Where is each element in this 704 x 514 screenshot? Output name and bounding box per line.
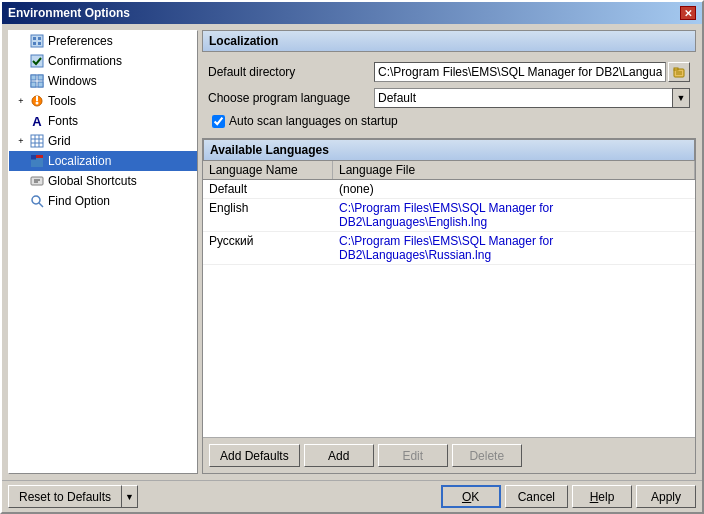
svg-rect-21 (31, 155, 36, 160)
global-shortcuts-icon (29, 173, 45, 189)
lang-file-english: C:\Program Files\EMS\SQL Manager for DB2… (333, 199, 695, 231)
svg-rect-29 (674, 68, 678, 70)
sidebar-item-grid[interactable]: + Grid (9, 131, 197, 151)
svg-rect-9 (31, 82, 36, 87)
choose-language-input-wrap: Default ▼ (374, 88, 690, 108)
sidebar-label-tools: Tools (48, 94, 76, 108)
help-label: Help (590, 490, 615, 504)
col-header-name: Language Name (203, 161, 333, 179)
language-select[interactable]: Default (374, 88, 690, 108)
svg-rect-5 (31, 55, 43, 67)
sidebar-item-localization[interactable]: Localization (9, 151, 197, 171)
spacer-icon (13, 33, 29, 49)
tools-icon (29, 93, 45, 109)
title-bar: Environment Options ✕ (2, 2, 702, 24)
grid-expand-icon: + (13, 133, 29, 149)
environment-options-window: Environment Options ✕ Preferences Confir… (0, 0, 704, 514)
svg-rect-10 (38, 82, 43, 87)
table-row[interactable]: English C:\Program Files\EMS\SQL Manager… (203, 199, 695, 232)
lang-name-english: English (203, 199, 333, 231)
sidebar-item-fonts[interactable]: A Fonts (9, 111, 197, 131)
default-directory-input[interactable] (374, 62, 666, 82)
ok-button[interactable]: OK (441, 485, 501, 508)
main-content: Preferences Confirmations Windows + (2, 24, 702, 480)
sidebar-label-find-option: Find Option (48, 194, 110, 208)
sidebar-label-preferences: Preferences (48, 34, 113, 48)
apply-button[interactable]: Apply (636, 485, 696, 508)
spacer-icon (13, 193, 29, 209)
svg-rect-3 (38, 37, 41, 40)
add-defaults-button[interactable]: Add Defaults (209, 444, 300, 467)
lang-action-buttons: Add Defaults Add Edit Delete (203, 437, 695, 473)
cancel-label: Cancel (518, 490, 555, 504)
add-button[interactable]: Add (304, 444, 374, 467)
find-option-icon (29, 193, 45, 209)
sidebar-label-localization: Localization (48, 154, 111, 168)
svg-rect-8 (38, 75, 43, 80)
sidebar-label-windows: Windows (48, 74, 97, 88)
reset-to-defaults-button[interactable]: Reset to Defaults (8, 485, 122, 508)
auto-scan-row: Auto scan languages on startup (208, 114, 690, 128)
edit-button[interactable]: Edit (378, 444, 448, 467)
confirmations-icon (29, 53, 45, 69)
right-panel: Localization Default directory Choose pr… (202, 30, 696, 474)
preferences-icon (29, 33, 45, 49)
sidebar-item-global-shortcuts[interactable]: Global Shortcuts (9, 171, 197, 191)
lang-file-default: (none) (333, 180, 695, 198)
table-row[interactable]: Default (none) (203, 180, 695, 199)
browse-button[interactable] (668, 62, 690, 82)
lang-name-russian: Русский (203, 232, 333, 264)
bottom-buttons: OK Cancel Help Apply (441, 485, 696, 508)
default-directory-label: Default directory (208, 65, 368, 79)
cancel-button[interactable]: Cancel (505, 485, 568, 508)
svg-rect-22 (31, 164, 43, 167)
choose-language-row: Choose program language Default ▼ (208, 88, 690, 108)
sidebar-item-windows[interactable]: Windows (9, 71, 197, 91)
available-languages-header: Available Languages (203, 139, 695, 161)
spacer-icon (13, 173, 29, 189)
auto-scan-label: Auto scan languages on startup (229, 114, 398, 128)
table-row[interactable]: Русский C:\Program Files\EMS\SQL Manager… (203, 232, 695, 265)
spacer-icon (13, 153, 29, 169)
sidebar-item-tools[interactable]: + Tools (9, 91, 197, 111)
delete-button[interactable]: Delete (452, 444, 522, 467)
svg-point-13 (36, 102, 39, 105)
default-directory-input-wrap (374, 62, 690, 82)
help-button[interactable]: Help (572, 485, 632, 508)
bottom-bar: Reset to Defaults ▼ OK Cancel Help Apply (2, 480, 702, 512)
svg-line-27 (39, 203, 43, 207)
svg-rect-14 (31, 135, 43, 147)
close-button[interactable]: ✕ (680, 6, 696, 20)
ok-label: OK (462, 490, 479, 504)
svg-rect-2 (33, 42, 36, 45)
spacer-icon (13, 73, 29, 89)
lang-file-russian: C:\Program Files\EMS\SQL Manager for DB2… (333, 232, 695, 264)
sidebar-label-confirmations: Confirmations (48, 54, 122, 68)
tools-expand-icon: + (13, 93, 29, 109)
grid-icon (29, 133, 45, 149)
default-directory-row: Default directory (208, 62, 690, 82)
choose-language-label: Choose program language (208, 91, 368, 105)
localization-icon (29, 153, 45, 169)
reset-wrap: Reset to Defaults ▼ (8, 485, 138, 508)
sidebar-label-fonts: Fonts (48, 114, 78, 128)
svg-rect-23 (31, 177, 43, 185)
svg-rect-0 (31, 35, 43, 47)
localization-section-header: Localization (202, 30, 696, 52)
sidebar-item-preferences[interactable]: Preferences (9, 31, 197, 51)
window-title: Environment Options (8, 6, 130, 20)
svg-point-26 (32, 196, 40, 204)
lang-name-default: Default (203, 180, 333, 198)
spacer-icon (13, 53, 29, 69)
language-select-wrap: Default ▼ (374, 88, 690, 108)
form-area: Default directory Choose program languag… (202, 56, 696, 134)
apply-label: Apply (651, 490, 681, 504)
auto-scan-checkbox[interactable] (212, 115, 225, 128)
sidebar-label-global-shortcuts: Global Shortcuts (48, 174, 137, 188)
windows-icon (29, 73, 45, 89)
sidebar-item-find-option[interactable]: Find Option (9, 191, 197, 211)
sidebar-item-confirmations[interactable]: Confirmations (9, 51, 197, 71)
fonts-icon: A (29, 113, 45, 129)
reset-dropdown-arrow-button[interactable]: ▼ (122, 485, 138, 508)
svg-rect-4 (38, 42, 41, 45)
